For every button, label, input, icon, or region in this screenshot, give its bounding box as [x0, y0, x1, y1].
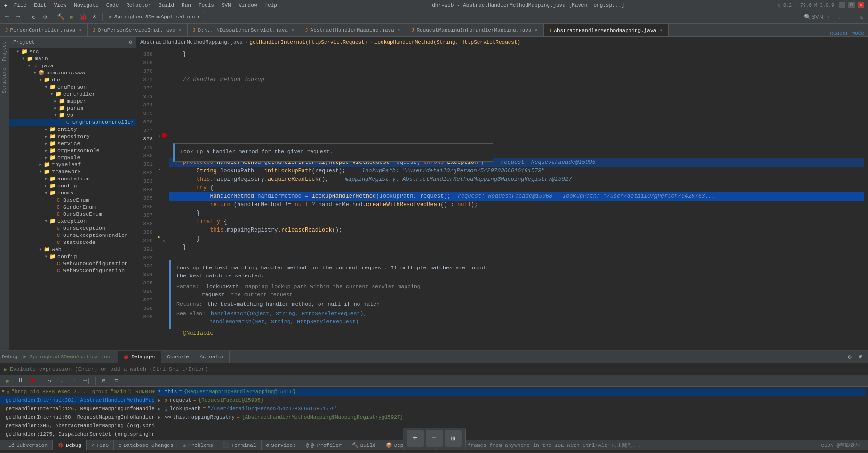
menu-view[interactable]: View — [52, 2, 68, 8]
tree-service[interactable]: ▶ 📁 service — [9, 140, 136, 147]
tree-mapper[interactable]: ▶ 📁 mapper — [9, 97, 136, 105]
status-services[interactable]: ⚙ Services — [262, 440, 301, 450]
thread-frame-0[interactable]: getHandlerInternal:382, AbstractHandlerM… — [0, 396, 155, 404]
toolbar-history[interactable]: ⧖ — [857, 12, 866, 22]
tree-enums[interactable]: ▼ 📁 enums — [9, 189, 136, 196]
tree-orgpersonrole[interactable]: ▶ 📁 orgPersonRole — [9, 147, 136, 154]
menu-run[interactable]: Run — [180, 2, 193, 8]
zoom-out-button[interactable]: − — [426, 430, 443, 447]
left-tab-structure[interactable]: Structure — [1, 65, 8, 96]
debug-frames[interactable]: ≡ — [111, 376, 121, 386]
tree-config[interactable]: ▶ 📁 config — [9, 182, 136, 189]
tab-close-1[interactable]: × — [178, 28, 183, 33]
debug-step-over[interactable]: ↷ — [45, 376, 55, 386]
tree-controller[interactable]: ▼ 📁 controller — [9, 90, 136, 97]
tab-close-5[interactable]: × — [659, 28, 663, 33]
debug-tab-actuator[interactable]: Actuator — [195, 351, 230, 363]
status-debug[interactable]: 🐞 Debug — [53, 440, 87, 450]
close-button[interactable]: ✕ — [858, 2, 864, 8]
menu-tools[interactable]: Tools — [197, 2, 216, 8]
menu-edit[interactable]: Edit — [32, 2, 48, 8]
menu-help[interactable]: Help — [263, 2, 279, 8]
tree-oursexception[interactable]: C OursException — [9, 225, 136, 232]
project-tree-settings[interactable]: ⚙ — [129, 39, 132, 45]
debug-tab-debugger[interactable]: 🐞 Debugger — [118, 351, 161, 363]
run-config-button[interactable]: ▶ Springboot3DemoApplication ▾ — [105, 12, 204, 22]
tree-thymeleaf[interactable]: ▶ 📁 thymeleaf — [9, 161, 136, 168]
tab-4[interactable]: J RequestMappingInfoHandlerMapping.java … — [406, 24, 544, 36]
tree-vo[interactable]: ▼ 📁 vo — [9, 112, 136, 119]
thread-frame-4[interactable]: getHandler:1275, DispatcherServlet (org.… — [0, 430, 155, 438]
tree-main[interactable]: ▼ 📁 main — [9, 55, 136, 62]
tree-webautoconfiguration[interactable]: C WebAutoConfiguration — [9, 260, 136, 267]
zoom-grid-button[interactable]: ⊞ — [445, 430, 462, 447]
debug-step-out[interactable]: ↑ — [69, 376, 80, 386]
toolbar-commit[interactable]: ✓ — [824, 12, 834, 22]
tree-oursbaseenum[interactable]: C OursBaseEnum — [9, 210, 136, 218]
tree-param[interactable]: ▶ 📁 param — [9, 105, 136, 112]
tab-close-4[interactable]: × — [534, 28, 539, 33]
tab-3[interactable]: J AbstractHandlerMapping.java × — [300, 24, 406, 36]
debug-layout-button[interactable]: ⊞ — [856, 352, 866, 362]
tree-exception[interactable]: ▼ 📁 exception — [9, 218, 136, 225]
tab-1[interactable]: J OrgPersonServiceImpl.java × — [88, 24, 188, 36]
status-subversion[interactable]: ⎇ Subversion — [4, 440, 53, 450]
toolbar-vcs[interactable]: SVN: — [813, 12, 823, 22]
watch-lookuppath[interactable]: ▶ ⊡ lookupPath = "/user/detailOrgPerson/… — [157, 404, 866, 413]
tree-orgperson[interactable]: ▼ 📁 orgPerson — [9, 83, 136, 90]
menu-refactor[interactable]: Refactor — [124, 2, 153, 8]
toolbar-settings[interactable]: ⚙ — [40, 12, 50, 22]
toolbar-update[interactable]: ↓ — [835, 12, 844, 22]
tree-java[interactable]: ▼ ☕ java — [9, 62, 136, 69]
thread-frame-2[interactable]: getHandlerInternal:68, RequestMappingInf… — [0, 413, 155, 421]
debug-resume[interactable]: ▶ — [3, 376, 13, 386]
watch-mappingregistry[interactable]: ▶ ∞∞ this.mappingRegistry = {AbstractHan… — [157, 413, 866, 421]
project-tree[interactable]: Project ⚙ ▼ 📁 src ▼ 📁 main ▼ ☕ java ▼ 📦 — [9, 37, 136, 350]
menu-code[interactable]: Code — [104, 2, 120, 8]
tree-web-config[interactable]: ▼ 📁 config — [9, 253, 136, 260]
expression-input[interactable] — [10, 366, 864, 372]
zoom-in-button[interactable]: + — [407, 430, 424, 447]
tree-orgrole[interactable]: ▶ 📁 orgRole — [9, 154, 136, 161]
tree-dhr[interactable]: ▼ 📁 dhr — [9, 76, 136, 83]
toolbar-build[interactable]: 🔨 — [56, 12, 66, 22]
tree-genderenum[interactable]: C GenderEnum — [9, 203, 136, 210]
debug-settings-button[interactable]: ⚙ — [844, 352, 855, 362]
tree-repository[interactable]: ▶ 📁 repository — [9, 133, 136, 140]
tree-oursexceptionhandler[interactable]: C OursExceptionHandler — [9, 232, 136, 239]
status-problems[interactable]: ⚠ Problems — [178, 440, 218, 450]
status-build[interactable]: 🔨 Build — [347, 440, 381, 450]
tree-baseenum[interactable]: C BaseEnum — [9, 196, 136, 203]
tree-web[interactable]: ▼ 📁 web — [9, 246, 136, 253]
watch-request[interactable]: ▶ ⊙ request = {RequestFacade@15905} — [157, 396, 866, 404]
tree-entity[interactable]: ▶ 📁 entity — [9, 126, 136, 133]
tree-annotation[interactable]: ▶ 📁 annotation — [9, 175, 136, 182]
status-terminal[interactable]: ⬛ Terminal — [218, 440, 262, 450]
tab-2[interactable]: J D:\...\DispatcherServlet.java × — [188, 24, 300, 36]
tree-webmvcconfiguration[interactable]: C WebMvcConfiguration — [9, 267, 136, 274]
tab-close-3[interactable]: × — [397, 28, 401, 33]
thread-panel[interactable]: ▼ ⚙ "http-nio-8888-exec-2..." group "mai… — [0, 387, 155, 440]
left-tab-project[interactable]: Project — [1, 39, 8, 64]
debug-step-into[interactable]: ↓ — [57, 376, 67, 386]
thread-frame-1[interactable]: getHandlerInternal:126, RequestMappingIn… — [0, 404, 155, 413]
tree-orgpersoncontroller[interactable]: C OrgPersonController — [9, 119, 136, 126]
tab-close-2[interactable]: × — [290, 28, 295, 33]
menu-window[interactable]: Window — [237, 2, 259, 8]
watch-panel[interactable]: ▼ this = {RequestMappingHandlerMapping@1… — [155, 387, 868, 440]
debug-tab-console[interactable]: Console — [162, 351, 194, 363]
code-area[interactable]: AbstractHandlerMethodMapping.java › getH… — [136, 37, 868, 350]
maximize-button[interactable]: □ — [848, 2, 855, 8]
menu-svn[interactable]: SVN — [220, 2, 233, 8]
toolbar-coverage[interactable]: ⊙ — [89, 12, 100, 22]
tree-statuscode[interactable]: C StatusCode — [9, 239, 136, 246]
tree-framework[interactable]: ▼ 📁 framework — [9, 168, 136, 175]
code-editor[interactable]: 368 369 370 371 372 373 374 375 376 377 … — [136, 48, 868, 350]
tab-0[interactable]: J PersonController.java × — [0, 24, 88, 36]
status-db-changes[interactable]: ⊞ Database Changes — [114, 440, 178, 450]
toolbar-sync[interactable]: ↻ — [29, 12, 39, 22]
thread-running[interactable]: ▼ ⚙ "http-nio-8888-exec-2..." group "mai… — [0, 388, 155, 396]
status-profiler[interactable]: @ @ Profiler — [301, 440, 347, 450]
toolbar-back[interactable]: ← — [2, 12, 12, 22]
toolbar-forward[interactable]: → — [13, 12, 24, 22]
